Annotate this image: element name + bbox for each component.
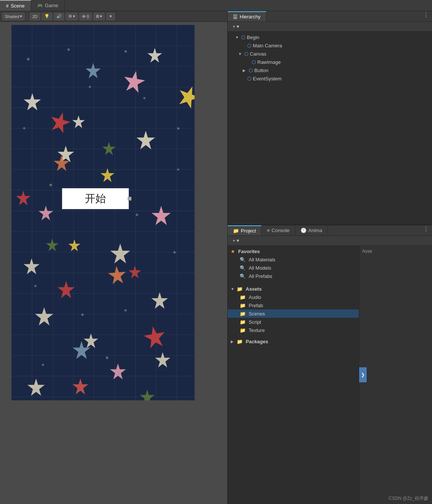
- fx2-button[interactable]: ✦: [106, 13, 115, 20]
- layers-button[interactable]: 👁 0: [79, 13, 92, 20]
- tab-game[interactable]: 🎮 Game: [31, 0, 65, 11]
- star-red: [56, 280, 76, 300]
- hierarchy-toolbar: + ▾: [228, 22, 432, 32]
- folder-icon-audio: 📁: [240, 294, 246, 300]
- svg-marker-17: [73, 379, 88, 394]
- folder-icon-script: 📁: [240, 319, 246, 325]
- tree-all-materials[interactable]: 🔍 All Materials: [228, 255, 359, 264]
- star-yellow: [100, 167, 115, 183]
- shaded-dropdown[interactable]: Shaded ▾: [2, 13, 25, 20]
- all-models-label: All Models: [249, 265, 271, 271]
- svg-marker-23: [101, 168, 115, 182]
- folder-icon-scenes: 📁: [240, 311, 246, 317]
- tree-arrow-button: ▶: [243, 68, 247, 72]
- tree-all-prefabs[interactable]: 🔍 All Prefabs: [228, 272, 359, 280]
- star-red: [141, 323, 169, 351]
- project-toolbar: + ▾: [228, 236, 432, 246]
- twod-button[interactable]: 2D: [30, 13, 40, 20]
- spacer2: [228, 334, 359, 337]
- folder-icon-texture: 📁: [240, 327, 246, 333]
- hierarchy-tab-icon: ☰: [233, 14, 238, 20]
- sparkle: ✳: [23, 126, 26, 130]
- start-button[interactable]: 开始: [62, 188, 129, 209]
- star-red: [46, 109, 74, 136]
- gizmo-dropdown[interactable]: ⊞ ▾: [93, 13, 105, 20]
- search-icon-materials: 🔍: [240, 257, 246, 263]
- sparkle: ✳: [67, 47, 70, 52]
- tab-scene[interactable]: # Scene: [0, 0, 31, 11]
- star: [147, 47, 163, 64]
- star-green: [45, 238, 59, 252]
- project-menu-dots[interactable]: ⋮: [420, 225, 432, 235]
- tree-audio[interactable]: 📁 Audio: [228, 293, 359, 301]
- star: [23, 92, 42, 112]
- tree-prefab[interactable]: 📁 Prefab: [228, 301, 359, 309]
- tree-item-main-camera[interactable]: ⬡ Main Camera: [228, 41, 432, 50]
- tree-assets[interactable]: ▼ 📁 Assets: [228, 285, 359, 293]
- tab-game-label: Game: [45, 3, 58, 8]
- sparkle: ✳: [173, 250, 176, 255]
- tree-packages[interactable]: ▶ 📁 Packages: [228, 337, 359, 346]
- tree-icon-rawimage: ⬡: [252, 59, 256, 65]
- tree-item-eventsystem[interactable]: ⬡ EventSystem: [228, 74, 432, 83]
- main-area: Shaded ▾ 2D 💡 🔊 ⚙ ▾ 👁 0 ⊞: [0, 11, 432, 504]
- svg-marker-22: [175, 83, 195, 110]
- project-panel-tabs: 📁 Project ≡ Console 🕐 Anima ⋮: [228, 225, 432, 236]
- star-red: [15, 190, 32, 207]
- svg-marker-29: [46, 239, 58, 251]
- scene-toolbar: Shaded ▾ 2D 💡 🔊 ⚙ ▾ 👁 0 ⊞: [0, 11, 227, 22]
- tree-scenes[interactable]: 📁 Scenes: [228, 309, 359, 318]
- scene-canvas: ✳ ✳ ✳ ✳ ✳ ✳ ✳ ✳ ✳ ✳ ✳ ✳ ✳ ✳ ✳ ✳ ✳: [0, 22, 227, 504]
- hierarchy-tab-bar: ☰ Hierarchy ⋮: [228, 11, 432, 22]
- hierarchy-add-arrow: ▾: [237, 24, 239, 29]
- tab-console[interactable]: ≡ Console: [261, 225, 295, 235]
- star: [71, 115, 86, 129]
- svg-marker-14: [128, 266, 141, 278]
- svg-marker-20: [151, 206, 171, 225]
- tree-icon-eventsystem: ⬡: [247, 76, 251, 81]
- script-label: Script: [249, 319, 261, 325]
- tree-item-rawimage[interactable]: ⬡ RawImage: [228, 58, 432, 66]
- tree-favorites[interactable]: ★ Favorites: [228, 247, 359, 255]
- tree-item-canvas[interactable]: ▼ ⬡ Canvas: [228, 50, 432, 58]
- svg-marker-28: [102, 142, 115, 155]
- panel-collapse-arrow[interactable]: ❯: [359, 367, 367, 382]
- prefab-label: Prefab: [249, 303, 263, 308]
- tab-animator[interactable]: 🕐 Anima: [295, 225, 328, 235]
- tab-project[interactable]: 📁 Project: [228, 225, 261, 235]
- project-add-button[interactable]: + ▾: [231, 237, 241, 244]
- tab-hierarchy[interactable]: ☰ Hierarchy: [228, 11, 266, 21]
- bottom-panel: 📁 Project ≡ Console 🕐 Anima ⋮ + ▾: [228, 225, 432, 504]
- sparkle: ✳: [135, 213, 139, 217]
- tree-texture[interactable]: 📁 Texture: [228, 326, 359, 334]
- tree-item-button[interactable]: ▶ ⬡ Button: [228, 66, 432, 74]
- sparkle: ✳: [88, 85, 91, 89]
- hierarchy-menu-dots[interactable]: ⋮: [420, 11, 432, 21]
- star-pink: [120, 68, 148, 96]
- sound-button[interactable]: 🔊: [54, 13, 64, 20]
- svg-marker-21: [110, 364, 126, 379]
- tree-label-begin: Begin: [247, 35, 259, 40]
- main-tab-bar: # Scene 🎮 Game: [0, 0, 432, 11]
- hierarchy-add-label: +: [233, 24, 236, 29]
- scene-tab-icon: #: [6, 3, 9, 9]
- hierarchy-content: ▼ ⬡ Begin ⬡ Main Camera ▼ ⬡ Canvas: [228, 32, 432, 225]
- hierarchy-add-button[interactable]: + ▾: [231, 23, 241, 30]
- tab-scene-label: Scene: [11, 3, 25, 9]
- tree-icon-begin: ⬡: [241, 35, 245, 40]
- fx-arrow: ▾: [73, 14, 75, 19]
- left-panel: Shaded ▾ 2D 💡 🔊 ⚙ ▾ 👁 0 ⊞: [0, 11, 227, 504]
- star: [154, 352, 171, 369]
- sparkle: ✳: [143, 96, 146, 100]
- tree-all-models[interactable]: 🔍 All Models: [228, 264, 359, 272]
- tree-script[interactable]: 📁 Script: [228, 318, 359, 326]
- project-tree: ★ Favorites 🔍 All Materials 🔍 All Models: [228, 246, 359, 504]
- all-materials-label: All Materials: [249, 257, 275, 263]
- fx-button[interactable]: ⚙ ▾: [66, 13, 78, 20]
- svg-marker-8: [35, 307, 53, 325]
- start-button-text: 开始: [85, 193, 106, 204]
- hierarchy-panel: ☰ Hierarchy ⋮ + ▾ ▼ ⬡ Begin: [228, 11, 432, 225]
- tree-item-begin[interactable]: ▼ ⬡ Begin: [228, 33, 432, 41]
- light-button[interactable]: 💡: [42, 13, 52, 20]
- audio-label: Audio: [249, 294, 261, 300]
